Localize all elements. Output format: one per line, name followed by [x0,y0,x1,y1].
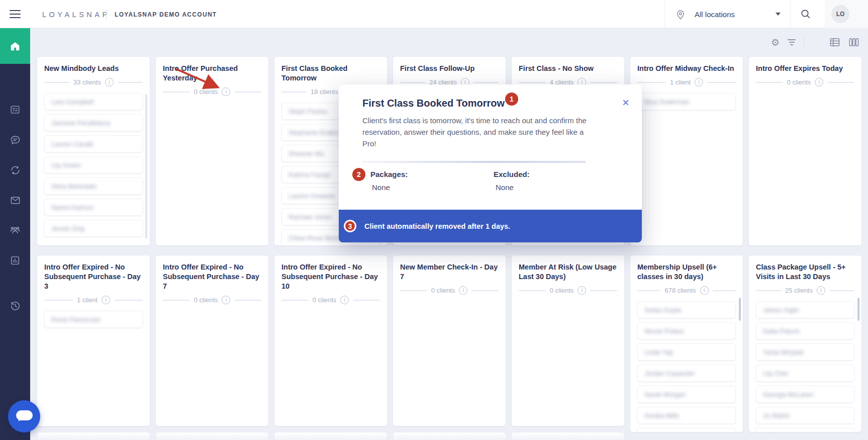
scrollbar[interactable] [145,94,147,239]
client-name: Shweski Wu [288,150,324,157]
scrollbar[interactable] [857,298,859,321]
modal-footer-banner: 3 Client automatically removed after 1 d… [339,210,642,242]
client-name: James Inglis [763,306,799,314]
client-card[interactable]: Nicole Polasz [637,322,736,339]
column-intro-expired-day-3: Intro Offer Expired - No Subsequent Purc… [37,255,150,426]
sidebar-item-email[interactable] [0,185,30,215]
client-card[interactable]: Nica Soderman [637,93,736,110]
column-intro-expired-day-7: Intro Offer Expired - No Subsequent Purc… [155,255,269,426]
sidebar-item-sync[interactable] [0,155,30,185]
column-new-member-check-in-day-7: New Member Check-In - Day 7 0 clients i [393,255,506,426]
client-name: Steph Pavlou [288,108,327,115]
filter-icon[interactable] [788,39,796,45]
brand-logo: LOYALSNAP [42,11,110,19]
info-icon[interactable]: i [815,78,823,86]
location-pin-icon [675,9,686,21]
client-card[interactable]: Shira Berkowitz [44,178,143,195]
info-icon[interactable]: i [817,286,825,295]
client-card[interactable]: Rosie Panezzani [44,311,143,328]
client-card[interactable]: Naomi Kalmov [44,199,143,216]
client-card[interactable]: Jo Walsh [756,407,854,424]
settings-gear-icon[interactable]: ⚙ [771,38,780,47]
sidebar-item-reports[interactable] [0,245,30,276]
column-title: Intro Offer Expired - No Subsequent Purc… [44,262,143,291]
client-card[interactable]: Lily Green [44,156,143,173]
client-name: Lauren Cavalli [51,140,93,148]
sidebar [0,28,30,440]
sidebar-item-clients[interactable] [0,215,30,245]
info-icon[interactable]: i [577,286,586,295]
divider [106,9,107,20]
client-count: 1 client [670,78,691,86]
close-icon[interactable]: × [622,97,629,108]
grid-view-icon[interactable] [812,38,821,47]
client-name: Linda Yap [644,348,673,356]
client-card[interactable]: Jordan Carpenter [637,365,736,382]
avatar[interactable]: LO [831,5,849,23]
chevron-down-icon[interactable] [776,13,781,18]
annotation-badge-3: 3 [344,220,356,232]
client-count: 0 clients [194,88,218,96]
info-icon[interactable]: i [222,87,230,96]
excluded-label: Excluded: [494,170,530,179]
chat-fab-button[interactable] [8,400,40,432]
next-row-card-top [393,432,506,440]
info-icon[interactable]: i [222,296,230,304]
tasks-icon [10,104,21,115]
client-card[interactable]: Yania McIyadi [756,343,854,361]
column-title: Member At Risk (Low Usage Last 30 Days) [519,262,617,282]
client-card[interactable]: Jasmine Pendlebury [44,114,143,131]
sidebar-item-home[interactable] [0,28,30,64]
client-card[interactable]: Linda Yap [637,343,736,361]
info-icon[interactable]: i [459,286,467,295]
scrollbar[interactable] [739,298,741,321]
client-name: Georgia McLaren [763,391,813,398]
history-clock-icon [10,300,21,312]
bar-chart-icon [10,255,21,266]
client-name: Lily Green [51,161,81,169]
top-bar: LOYALSNAP LOYALSNAP DEMO ACCOUNT All loc… [0,0,868,28]
client-card[interactable]: Dalia Paluch [756,322,854,339]
account-name: LOYALSNAP DEMO ACCOUNT [115,11,217,18]
column-count-row: 0 clients i [163,87,261,96]
client-card[interactable]: Sarah Morgan [637,386,736,403]
column-count-row: 0 clients i [281,296,380,304]
location-selector[interactable]: All locations [695,10,735,19]
column-title: Membership Upsell (6+ classes in 30 days… [637,262,736,282]
search-icon[interactable] [800,9,811,20]
annotation-badge-2: 2 [352,168,365,181]
client-name: Sarita Gupta [644,306,681,314]
client-card[interactable]: Lily Cher [756,365,854,382]
client-card[interactable]: Lauren Cavalli [44,135,143,152]
info-icon[interactable]: i [695,78,703,86]
info-icon[interactable]: i [340,296,349,304]
client-count: 0 clients [194,296,218,304]
client-name: Lara Campbell [51,98,94,106]
client-card[interactable]: Annika Mills [637,407,736,424]
client-card[interactable]: James Inglis [756,301,854,318]
column-title: Intro Offer Midway Check-In [637,64,736,73]
info-icon[interactable]: i [700,286,709,295]
client-card[interactable]: Lara Campbell [44,93,143,110]
client-name: Rachael Jones [288,213,332,221]
hamburger-menu-icon[interactable] [10,10,21,18]
info-icon[interactable]: i [105,78,114,86]
client-card[interactable]: Sarita Gupta [637,301,736,318]
info-icon[interactable]: i [102,296,110,304]
column-title: First Class Booked Tomorrow [281,64,380,83]
client-name: Naomi Kalmov [51,204,94,211]
next-row-card-top [37,432,150,440]
client-count: 0 clients [313,296,337,304]
client-card[interactable]: Jessie Zing [44,220,143,237]
column-new-mindbody-leads: New Mindbody Leads 33 clients i Lara Cam… [37,56,150,246]
client-card[interactable]: Bryce Boyd [637,428,736,432]
sidebar-item-messages[interactable] [0,125,30,155]
client-card[interactable]: Georgia McLaren [756,386,854,403]
client-card[interactable]: Bronze Ramirez [756,428,854,432]
client-name: Nicole Polasz [644,327,684,335]
sidebar-item-history[interactable] [0,291,30,321]
columns-view-icon[interactable] [848,37,859,47]
sidebar-item-tasks[interactable] [0,95,30,125]
table-view-icon[interactable] [829,37,840,47]
client-count: 0 clients [431,287,455,294]
